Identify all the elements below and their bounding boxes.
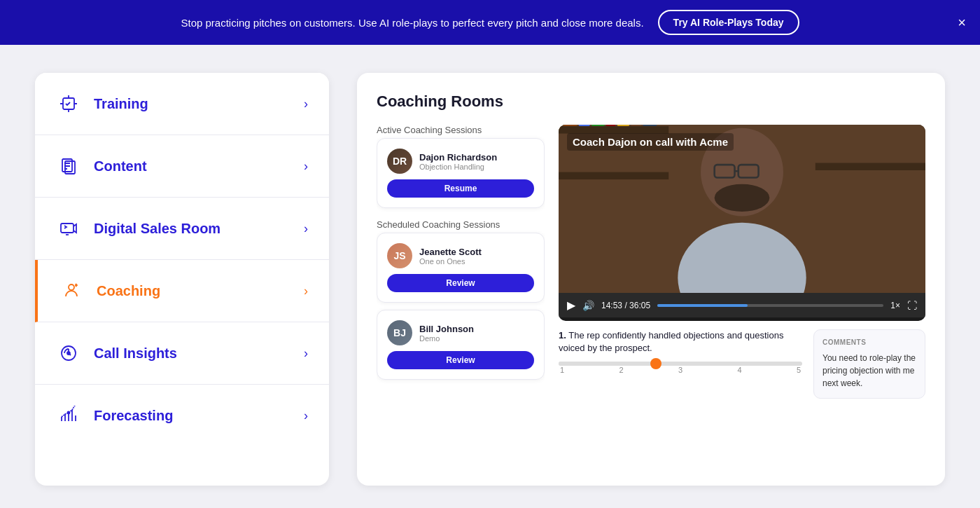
score-number: 1. [559, 330, 566, 341]
forecasting-icon [56, 403, 81, 428]
resume-button[interactable]: Resume [387, 179, 534, 198]
forecasting-label: Forecasting [94, 408, 304, 424]
review-button-0[interactable]: Review [387, 274, 534, 292]
score-label-1: 1 [560, 366, 564, 374]
score-label-4: 4 [737, 366, 741, 374]
active-session-card-0: DR Dajon Richardson Objection Handling R… [377, 138, 545, 208]
score-slider-fill [559, 362, 656, 366]
panel-body: Active Coaching Sessions DR Dajon Richar… [377, 125, 925, 463]
video-controls: ▶ 🔊 14:53 / 36:05 1× ⛶ [559, 293, 925, 317]
current-time: 14:53 [601, 301, 622, 310]
sidebar-item-content[interactable]: Content › [35, 135, 329, 198]
coaching-chevron: › [304, 284, 308, 298]
active-session-header-0: DR Dajon Richardson Objection Handling [387, 149, 534, 174]
svg-rect-20 [606, 125, 615, 126]
score-description: The rep confidently handled objections a… [559, 330, 783, 353]
video-progress-fill [657, 304, 748, 307]
svg-rect-23 [643, 125, 657, 126]
content-label: Content [94, 158, 304, 174]
video-container: Coach Dajon on call with Acme ▶ 🔊 14:53 … [559, 125, 925, 321]
scheduled-sessions-section: Scheduled Coaching Sessions JS Jeanette … [377, 219, 545, 380]
coaching-icon [59, 278, 84, 303]
avatar-jeanette-scott: JS [387, 243, 412, 268]
svg-rect-18 [579, 125, 590, 126]
sidebar: Training › Content › [35, 73, 329, 486]
sidebar-item-forecasting[interactable]: Forecasting › [35, 385, 329, 446]
score-slider-track[interactable] [559, 362, 802, 366]
coaching-rooms-panel: Coaching Rooms Active Coaching Sessions … [357, 73, 945, 486]
scheduled-session-name-0: Jeanette Scott [419, 247, 482, 257]
avatar-bill-johnson: BJ [387, 320, 412, 345]
content-chevron: › [304, 159, 308, 174]
banner-text: Stop practicing pitches on customers. Us… [181, 17, 643, 29]
svg-rect-21 [617, 125, 629, 126]
call-insights-icon [56, 341, 81, 366]
banner-close-button[interactable]: × [958, 15, 966, 29]
volume-button[interactable]: 🔊 [582, 300, 594, 311]
active-section-label: Active Coaching Sessions [377, 125, 545, 135]
active-session-info-0: Dajon Richardson Objection Handling [419, 152, 497, 171]
speed-button[interactable]: 1× [890, 301, 900, 310]
score-label-5: 5 [797, 366, 801, 374]
time-display: 14:53 / 36:05 [601, 301, 650, 310]
comments-box: COMMENTS You need to role-play the prici… [813, 329, 925, 399]
svg-point-10 [67, 352, 70, 355]
avatar-dajon-richardson: DR [387, 149, 412, 174]
svg-point-36 [715, 184, 770, 212]
scheduled-session-card-1: BJ Bill Johnson Demo Review [377, 310, 545, 380]
sidebar-item-training[interactable]: Training › [35, 73, 329, 135]
scheduled-session-card-0: JS Jeanette Scott One on Ones Review [377, 233, 545, 303]
active-session-name-0: Dajon Richardson [419, 152, 497, 163]
feedback-row: 1. The rep confidently handled objection… [559, 329, 925, 399]
feedback-score-text: 1. The rep confidently handled objection… [559, 329, 802, 355]
coaching-label: Coaching [97, 283, 304, 299]
active-sessions-section: Active Coaching Sessions DR Dajon Richar… [377, 125, 545, 208]
training-label: Training [94, 96, 304, 112]
active-session-sub-0: Objection Handling [419, 163, 497, 171]
review-button-1[interactable]: Review [387, 351, 534, 369]
forecasting-chevron: › [304, 409, 308, 423]
try-ai-roleplays-button[interactable]: Try AI Role-Plays Today [658, 10, 799, 35]
svg-point-11 [68, 412, 70, 414]
sidebar-item-call-insights[interactable]: Call Insights › [35, 322, 329, 385]
training-chevron: › [304, 97, 308, 111]
svg-rect-13 [559, 126, 668, 133]
video-person: Coach Dajon on call with Acme [559, 125, 925, 293]
scheduled-session-sub-1: Demo [419, 334, 474, 343]
scheduled-session-name-1: Bill Johnson [419, 324, 474, 334]
comments-title: COMMENTS [822, 338, 916, 346]
promo-banner: Stop practicing pitches on customers. Us… [0, 0, 980, 45]
call-insights-chevron: › [304, 346, 308, 361]
dsr-chevron: › [304, 221, 308, 236]
scheduled-session-header-0: JS Jeanette Scott One on Ones [387, 243, 534, 268]
content-icon [56, 153, 81, 179]
expand-button[interactable]: ⛶ [907, 300, 917, 311]
score-label-3: 3 [678, 366, 682, 374]
svg-rect-22 [631, 125, 640, 126]
session-list: Active Coaching Sessions DR Dajon Richar… [377, 125, 545, 463]
score-slider-thumb[interactable] [650, 358, 662, 369]
dsr-icon [56, 216, 81, 241]
video-progress-bar[interactable] [657, 304, 883, 307]
svg-rect-14 [559, 172, 668, 179]
svg-rect-6 [61, 224, 74, 233]
scheduled-session-sub-0: One on Ones [419, 257, 482, 266]
score-label-2: 2 [619, 366, 623, 374]
svg-point-8 [69, 284, 74, 290]
feedback-score: 1. The rep confidently handled objection… [559, 329, 802, 399]
sidebar-item-digital-sales-room[interactable]: Digital Sales Room › [35, 198, 329, 260]
svg-rect-19 [592, 125, 604, 126]
panel-title: Coaching Rooms [377, 92, 925, 111]
dsr-label: Digital Sales Room [94, 221, 304, 237]
scheduled-section-label: Scheduled Coaching Sessions [377, 219, 545, 230]
comments-text: You need to role-play the pricing object… [822, 352, 916, 390]
scheduled-session-info-0: Jeanette Scott One on Ones [419, 247, 482, 266]
call-insights-label: Call Insights [94, 345, 304, 362]
scheduled-session-header-1: BJ Bill Johnson Demo [387, 320, 534, 345]
play-button[interactable]: ▶ [567, 298, 575, 312]
scheduled-session-info-1: Bill Johnson Demo [419, 324, 474, 343]
score-labels: 1 2 3 4 5 [559, 366, 802, 374]
svg-rect-16 [816, 163, 925, 170]
main-content: Training › Content › [0, 45, 980, 508]
sidebar-item-coaching[interactable]: Coaching › [35, 260, 329, 322]
